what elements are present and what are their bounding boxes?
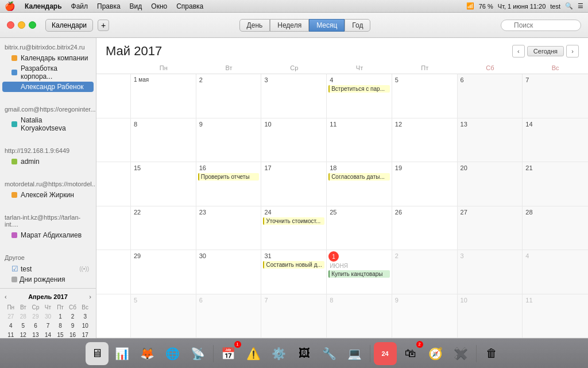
cal-cell[interactable]: 3	[261, 74, 327, 118]
cal-cell[interactable]: 27	[458, 206, 523, 250]
minimize-button[interactable]	[18, 21, 25, 29]
cal-cell[interactable]: 8	[327, 294, 392, 338]
cal-cell[interactable]: 12	[392, 118, 458, 162]
calendar-event[interactable]: Купить канцтовары	[328, 270, 390, 278]
apple-menu[interactable]: 🍎	[5, 1, 16, 12]
menu-edit[interactable]: Правка	[97, 2, 121, 10]
checkbox-test[interactable]: ☑	[11, 264, 18, 273]
cal-cell[interactable]: 1 ИЮНЯКупить канцтовары	[327, 250, 392, 294]
dock-bitrix[interactable]: 24	[374, 342, 397, 365]
cal-cell[interactable]: 3	[458, 250, 523, 294]
calendar-event[interactable]: Согласовать даты...	[328, 173, 390, 181]
add-event-button[interactable]: +	[98, 20, 109, 31]
cal-cell[interactable]: 22	[131, 206, 196, 250]
mini-cal-day[interactable]: 5	[17, 321, 30, 330]
dock-trash[interactable]: 🗑	[480, 342, 503, 365]
mini-cal-day[interactable]: 13	[29, 330, 42, 338]
dock-satellite[interactable]: 📡	[187, 342, 210, 365]
dock-firefox[interactable]: 🦊	[136, 342, 159, 365]
menu-app[interactable]: Календарь	[25, 2, 62, 10]
cal-cell[interactable]: 9	[392, 294, 458, 338]
dock-calendar[interactable]: 📅 1	[217, 342, 240, 365]
cal-cell[interactable]: 25	[327, 206, 392, 250]
mini-cal-day[interactable]: 10	[79, 321, 91, 330]
cal-cell[interactable]: 9	[196, 118, 262, 162]
cal-cell[interactable]: 19	[392, 162, 458, 206]
calendar-event[interactable]: Уточнить стоимост...	[263, 217, 324, 225]
cal-cell[interactable]: 26	[392, 206, 458, 250]
dock-chrome[interactable]: 🌐	[161, 342, 184, 365]
cal-cell[interactable]: 11	[523, 294, 588, 338]
cal-cell[interactable]: 31Составить новый д...	[261, 250, 327, 294]
cal-cell[interactable]: 5	[392, 74, 458, 118]
calendar-event[interactable]: Проверить отчеты	[198, 173, 260, 181]
cal-cell[interactable]: 7	[523, 74, 588, 118]
mini-cal-day[interactable]: 27	[5, 312, 17, 321]
dock-sysprefs[interactable]: ⚙️	[268, 342, 291, 365]
mini-cal-day[interactable]: 1	[54, 312, 67, 321]
cal-cell[interactable]: 4Встретиться с пар...	[327, 74, 392, 118]
view-day-button[interactable]: День	[239, 19, 270, 32]
mini-cal-day[interactable]: 15	[54, 330, 67, 338]
dock-terminal[interactable]: 💻	[343, 342, 366, 365]
search-input[interactable]	[501, 20, 581, 31]
cal-cell[interactable]: 16Проверить отчеты	[196, 162, 262, 206]
cal-cell[interactable]: 7	[261, 294, 327, 338]
mini-cal-day[interactable]: 6	[29, 321, 42, 330]
dock-safari[interactable]: 🧭	[424, 342, 447, 365]
mini-cal-day[interactable]: 16	[67, 330, 79, 338]
mini-cal-prev[interactable]: ‹	[5, 293, 7, 300]
menu-file[interactable]: Файл	[71, 2, 88, 10]
menu-window[interactable]: Окно	[151, 2, 167, 10]
cal-cell[interactable]: 28	[523, 206, 588, 250]
search-icon[interactable]: 🔍	[565, 2, 573, 10]
sidebar-item-admin[interactable]: admin	[2, 156, 94, 167]
menu-view[interactable]: Вид	[130, 2, 142, 10]
mini-cal-day[interactable]: 28	[17, 312, 30, 321]
cal-cell[interactable]: 13	[458, 118, 523, 162]
cal-cell[interactable]: 6	[458, 74, 523, 118]
cal-prev-btn[interactable]: ‹	[512, 45, 525, 57]
dock-openoffice[interactable]: ✖️	[450, 342, 473, 365]
dock-appstore[interactable]: 🛍 2	[399, 342, 422, 365]
mini-cal-day[interactable]: 4	[5, 321, 17, 330]
cal-cell[interactable]: 10	[458, 294, 523, 338]
mini-cal-day[interactable]: 30	[42, 312, 55, 321]
view-week-button[interactable]: Неделя	[270, 19, 309, 32]
mini-cal-day[interactable]: 17	[79, 330, 91, 338]
menu-help[interactable]: Справка	[176, 2, 203, 10]
list-icon[interactable]: ☰	[578, 2, 583, 10]
dock-photos[interactable]: 🖼	[293, 342, 316, 365]
close-button[interactable]	[7, 21, 14, 29]
view-year-button[interactable]: Год	[345, 19, 370, 32]
fullscreen-button[interactable]	[29, 21, 36, 29]
calendar-event[interactable]: Составить новый д...	[263, 261, 324, 269]
cal-cell[interactable]: 14	[523, 118, 588, 162]
calendar-event[interactable]: Встретиться с пар...	[328, 85, 390, 93]
cal-cell[interactable]: 5	[131, 294, 196, 338]
sidebar-item-corp-dev[interactable]: Разработка корпора...	[2, 63, 94, 82]
cal-cell[interactable]: 29	[131, 250, 196, 294]
cal-cell[interactable]: 17	[261, 162, 327, 206]
mini-cal-day[interactable]: 3	[79, 312, 91, 321]
dock-tools[interactable]: 🔧	[318, 342, 341, 365]
mini-cal-day[interactable]: 12	[17, 330, 30, 338]
cal-cell[interactable]: 23	[196, 206, 262, 250]
mini-cal-next[interactable]: ›	[89, 293, 91, 300]
cal-cell[interactable]: 2	[392, 250, 458, 294]
cal-cell[interactable]: 30	[196, 250, 262, 294]
sidebar-item-company-cal[interactable]: Календарь компании	[2, 53, 94, 63]
mini-cal-day[interactable]: 29	[29, 312, 42, 321]
calendars-button[interactable]: Календари	[45, 19, 93, 32]
dock-finder[interactable]: 🖥	[86, 342, 109, 365]
cal-cell[interactable]: 18Согласовать даты...	[327, 162, 392, 206]
sidebar-item-marat[interactable]: Марат Абдихалиев	[2, 230, 94, 240]
cal-cell[interactable]: 15	[131, 162, 196, 206]
mini-cal-day[interactable]: 14	[42, 330, 55, 338]
cal-cell[interactable]: 4	[523, 250, 588, 294]
cal-next-btn[interactable]: ›	[566, 45, 579, 57]
mini-cal-day[interactable]: 8	[54, 321, 67, 330]
cal-today-btn[interactable]: Сегодня	[527, 46, 564, 56]
cal-cell[interactable]: 8	[131, 118, 196, 162]
cal-cell[interactable]: 1 мая	[131, 74, 196, 118]
